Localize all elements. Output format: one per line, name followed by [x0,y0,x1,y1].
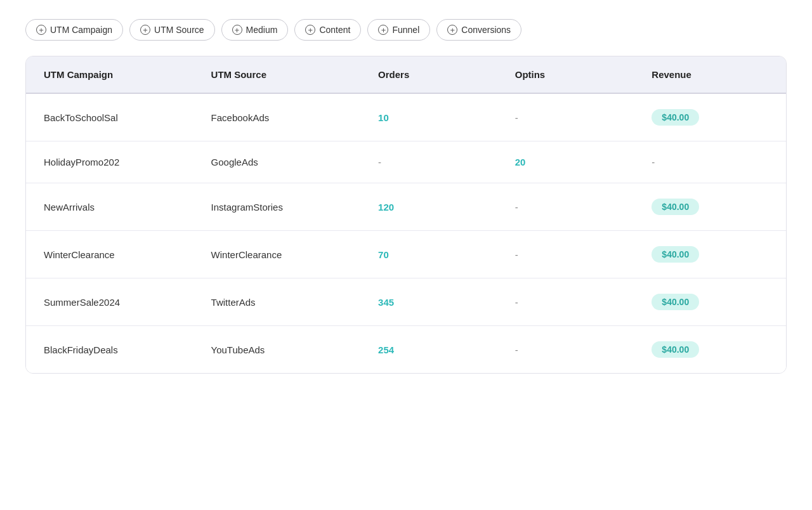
row-0-revenue: $40.00 [634,93,786,141]
row-2-utm-source: InstagramStories [193,183,361,231]
plus-icon: + [36,25,46,35]
row-1-optins-value: 20 [515,157,526,167]
table-row: WinterClearanceWinterClearance70-$40.00 [26,231,786,278]
row-1-utm-campaign: HolidayPromo202 [26,141,193,183]
row-2-orders-value: 120 [378,202,394,213]
row-2-optins: - [497,183,634,231]
row-1-orders-dash: - [378,157,381,167]
row-2-revenue: $40.00 [634,183,786,231]
table-row: NewArrivalsInstagramStories120-$40.00 [26,183,786,231]
row-3-utm-source: WinterClearance [193,231,361,278]
row-5-optins: - [497,326,634,374]
row-4-orders: 345 [360,278,497,326]
filter-chip-medium[interactable]: +Medium [221,19,289,41]
row-0-optins: - [497,93,634,141]
row-5-orders-value: 254 [378,344,394,355]
row-2-revenue-badge: $40.00 [652,199,699,215]
row-1-orders: - [360,141,497,183]
th-orders: Orders [360,56,497,93]
row-4-revenue-badge: $40.00 [652,294,699,310]
row-5-utm-campaign: BlackFridayDeals [26,326,193,374]
plus-icon: + [378,25,388,35]
row-5-revenue-badge: $40.00 [652,341,699,358]
filter-chip-conversions[interactable]: +Conversions [436,19,521,41]
row-3-optins: - [497,231,634,278]
row-3-revenue-badge: $40.00 [652,246,699,263]
row-0-optins-dash: - [515,112,518,123]
plus-icon: + [232,25,242,35]
filter-label-content: Content [319,25,350,35]
table-row: HolidayPromo202GoogleAds-20- [26,141,786,183]
row-4-optins-dash: - [515,297,518,308]
table-container: UTM CampaignUTM SourceOrdersOptinsRevenu… [25,56,787,374]
row-0-utm-source: FacebookAds [193,93,361,141]
table-body: BackToSchoolSalFacebookAds10-$40.00Holid… [26,93,786,373]
th-optins: Optins [497,56,634,93]
th-utm_campaign: UTM Campaign [26,56,193,93]
row-4-optins: - [497,278,634,326]
row-1-utm-source: GoogleAds [193,141,361,183]
table-row: BackToSchoolSalFacebookAds10-$40.00 [26,93,786,141]
row-3-utm-campaign: WinterClearance [26,231,193,278]
filter-label-utm-campaign: UTM Campaign [50,25,112,35]
row-2-orders: 120 [360,183,497,231]
row-0-revenue-badge: $40.00 [652,109,699,126]
th-utm_source: UTM Source [193,56,361,93]
table-header-row: UTM CampaignUTM SourceOrdersOptinsRevenu… [26,56,786,93]
row-3-orders-value: 70 [378,249,389,260]
row-0-orders-value: 10 [378,112,389,123]
row-1-revenue: - [634,141,786,183]
row-0-utm-campaign: BackToSchoolSal [26,93,193,141]
row-2-utm-campaign: NewArrivals [26,183,193,231]
row-4-utm-campaign: SummerSale2024 [26,278,193,326]
th-revenue: Revenue [634,56,786,93]
row-2-optins-dash: - [515,202,518,213]
row-3-revenue: $40.00 [634,231,786,278]
row-5-revenue: $40.00 [634,326,786,374]
row-1-optins: 20 [497,141,634,183]
plus-icon: + [140,25,150,35]
filter-chip-content[interactable]: +Content [294,19,361,41]
row-4-revenue: $40.00 [634,278,786,326]
plus-icon: + [305,25,315,35]
row-1-revenue-dash: - [652,157,655,167]
row-5-orders: 254 [360,326,497,374]
filter-label-medium: Medium [246,25,278,35]
row-3-optins-dash: - [515,249,518,260]
row-5-optins-dash: - [515,344,518,355]
row-5-utm-source: YouTubeAds [193,326,361,374]
filter-bar: +UTM Campaign+UTM Source+Medium+Content+… [25,19,787,41]
utm-table: UTM CampaignUTM SourceOrdersOptinsRevenu… [26,56,786,373]
filter-chip-funnel[interactable]: +Funnel [367,19,430,41]
row-4-orders-value: 345 [378,297,394,308]
row-4-utm-source: TwitterAds [193,278,361,326]
row-0-orders: 10 [360,93,497,141]
filter-label-funnel: Funnel [392,25,419,35]
row-3-orders: 70 [360,231,497,278]
table-row: BlackFridayDealsYouTubeAds254-$40.00 [26,326,786,374]
plus-icon: + [447,25,457,35]
filter-label-utm-source: UTM Source [154,25,204,35]
filter-chip-utm-source[interactable]: +UTM Source [129,19,215,41]
table-row: SummerSale2024TwitterAds345-$40.00 [26,278,786,326]
filter-chip-utm-campaign[interactable]: +UTM Campaign [25,19,123,41]
filter-label-conversions: Conversions [461,25,511,35]
